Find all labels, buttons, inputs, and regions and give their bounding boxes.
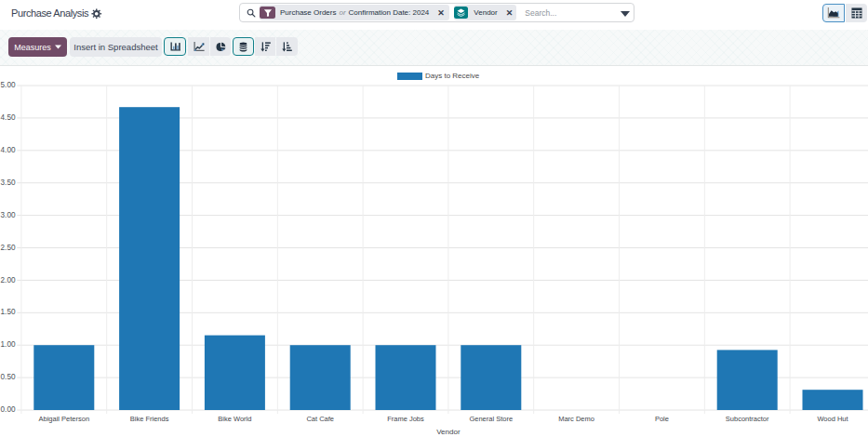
svg-text:Bike World: Bike World	[218, 415, 251, 423]
svg-text:Pole: Pole	[655, 415, 669, 423]
svg-text:0.50: 0.50	[1, 373, 16, 381]
svg-text:Cat Cafe: Cat Cafe	[306, 415, 334, 423]
svg-text:4.50: 4.50	[1, 113, 16, 122]
svg-text:Abigail Peterson: Abigail Peterson	[38, 415, 89, 423]
svg-text:3.00: 3.00	[1, 211, 16, 219]
svg-text:4.00: 4.00	[1, 146, 16, 154]
svg-text:2.50: 2.50	[1, 244, 16, 252]
svg-text:Marc Demo: Marc Demo	[558, 415, 594, 423]
svg-text:Bike Friends: Bike Friends	[130, 415, 169, 423]
svg-text:3.50: 3.50	[1, 179, 16, 187]
svg-text:Wood Hut: Wood Hut	[817, 415, 848, 423]
svg-text:Vendor: Vendor	[436, 428, 461, 436]
svg-text:Frame Jobs: Frame Jobs	[387, 415, 424, 423]
svg-text:0.00: 0.00	[1, 405, 16, 414]
svg-text:5.00: 5.00	[1, 81, 16, 89]
svg-text:1.00: 1.00	[1, 340, 16, 349]
svg-text:2.00: 2.00	[1, 276, 16, 285]
svg-text:Subcontractor: Subcontractor	[726, 415, 769, 423]
svg-text:1.50: 1.50	[1, 308, 16, 316]
svg-text:General Store: General Store	[469, 415, 513, 423]
